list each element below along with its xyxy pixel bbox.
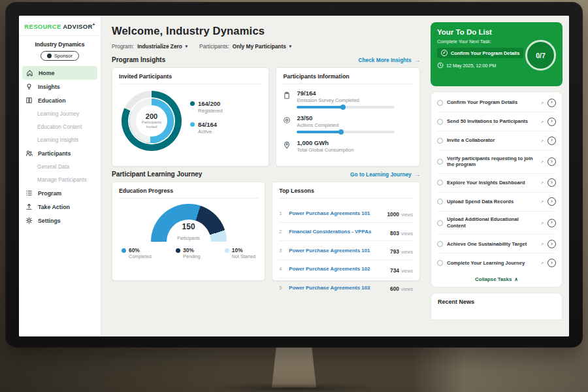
chevron-right-icon[interactable]: › — [547, 197, 556, 206]
sidebar-item-settings[interactable]: Settings — [19, 214, 101, 227]
task-checkbox[interactable] — [437, 241, 443, 247]
todo-progress-ring: 0/7 — [525, 40, 556, 71]
lesson-row[interactable]: 5 Power Purchase Agreements 103 600views — [279, 278, 413, 297]
sidebar-item-label: General Data — [37, 163, 69, 170]
education-progress-gauge: 150 Participants — [151, 204, 227, 242]
legend-label: Registered — [198, 108, 223, 114]
chevron-right-icon[interactable]: › — [547, 157, 556, 166]
task-checkbox[interactable] — [437, 220, 443, 226]
org-name: Industry Dynamics — [19, 41, 101, 48]
sponsor-badge[interactable]: Sponsor — [41, 51, 79, 61]
card-title: Participants Information — [283, 73, 413, 84]
location-pin-icon — [283, 139, 291, 155]
chevron-right-icon[interactable]: › — [547, 178, 556, 187]
chevron-right-icon[interactable]: › — [547, 137, 556, 145]
metric-label: Emission Survey Completed — [297, 97, 395, 103]
sidebar-item-take-action[interactable]: Take Action — [19, 200, 101, 214]
task-checkbox[interactable] — [437, 100, 443, 106]
invited-participants-donut: 200 Participants Invited — [122, 91, 182, 151]
sidebar-item-education[interactable]: Education — [19, 93, 101, 107]
lesson-views: 793views — [390, 244, 413, 256]
sidebar-item-label: Learning Insights — [37, 137, 78, 143]
task-checkbox[interactable] — [437, 159, 443, 165]
lesson-row[interactable]: 4 Power Purchase Agreements 102 734views — [279, 260, 413, 279]
sidebar-item-learning-journey[interactable]: Learning Journey — [19, 107, 101, 120]
actions-progress-fill — [297, 131, 342, 133]
sidebar-item-learning-insights[interactable]: Learning Insights — [19, 133, 101, 146]
sidebar-item-program[interactable]: Program — [19, 186, 101, 200]
page-title: Welcome, Industry Dynamics — [112, 25, 420, 37]
chevron-right-icon[interactable]: › — [547, 219, 556, 227]
task-label: Complete Your Learning Journey — [447, 260, 536, 267]
gauge-center-label: Participants — [177, 236, 199, 240]
sidebar-item-education-content[interactable]: Education Content — [19, 120, 101, 133]
collapse-caret-icon: ∧ — [514, 276, 518, 282]
views-count: 600 — [390, 286, 399, 292]
task-item[interactable]: Achieve One Sustainability Target ↗ › — [437, 235, 556, 253]
gauge-center: 150 Participants — [151, 223, 227, 242]
next-task-chip[interactable]: ✓ Confirm Your Program Details — [437, 48, 523, 58]
card-title: Education Progress — [119, 188, 258, 199]
collapse-tasks-link[interactable]: Collapse Tasks ∧ — [437, 272, 556, 284]
sidebar-item-label: Take Action — [38, 204, 70, 210]
lesson-rank: 1 — [279, 210, 284, 216]
task-item[interactable]: Send 50 Invitations to Participants ↗ › — [437, 112, 556, 131]
task-item[interactable]: Explore Your Insights Dashboard ↗ › — [437, 174, 556, 193]
program-insights-title: Program Insights — [112, 56, 165, 63]
lesson-views: 1000views — [387, 207, 413, 219]
task-item[interactable]: Invite a Collaborator ↗ › — [437, 131, 556, 150]
task-item[interactable]: Upload Additional Educational Content ↗ … — [437, 212, 556, 235]
lesson-link[interactable]: Power Purchase Agreements 103 — [289, 285, 385, 291]
task-item[interactable]: Confirm Your Program Details ↗ › — [437, 93, 556, 112]
lesson-link[interactable]: Power Purchase Agreements 101 — [289, 210, 382, 216]
sidebar-item-insights[interactable]: Insights — [19, 80, 101, 93]
check-more-insights-link[interactable]: Check More Insights → — [359, 57, 420, 63]
lesson-link[interactable]: Power Purchase Agreements 102 — [289, 266, 385, 272]
legend-value: 30% — [183, 247, 194, 253]
task-item[interactable]: Complete Your Learning Journey ↗ › — [437, 253, 556, 272]
program-select[interactable]: Industrialize Zero ▾ — [137, 43, 188, 50]
task-checkbox[interactable] — [437, 199, 443, 204]
go-to-learning-journey-link[interactable]: Go to Learning Journey → — [350, 171, 420, 178]
external-link-icon: ↗ — [540, 101, 544, 105]
task-item[interactable]: Verify participants requesting to join t… — [437, 150, 556, 174]
task-checkbox[interactable] — [437, 138, 443, 144]
learning-cards-row: Education Progress 150 Participants — [112, 182, 420, 281]
list-icon — [25, 189, 33, 197]
sidebar-item-manage-participants[interactable]: Manage Participants — [19, 173, 101, 186]
sidebar-item-label: Manage Participants — [37, 176, 87, 183]
learning-journey-title: Participant Learning Journey — [112, 171, 202, 178]
lesson-views: 734views — [390, 263, 413, 275]
lesson-row[interactable]: 1 Power Purchase Agreements 101 1000view… — [279, 204, 413, 223]
lesson-row[interactable]: 3 Power Purchase Agreements 101 793views — [279, 241, 413, 260]
sidebar-item-home[interactable]: Home — [22, 66, 97, 80]
lesson-row[interactable]: 2 Financial Considerations - VPPAs 803vi… — [279, 223, 413, 242]
chevron-right-icon[interactable]: › — [547, 259, 556, 267]
task-item[interactable]: Upload Spend Data Records ↗ › — [437, 193, 556, 212]
todo-summary-card: Your To Do List Complete Your Next Task:… — [431, 22, 563, 86]
task-label: Upload Additional Educational Content — [447, 216, 536, 229]
sidebar-item-participants[interactable]: Participants — [19, 146, 101, 160]
sidebar: RESOURCE ADVISOR+ Industry Dynamics Spon… — [19, 16, 101, 336]
legend-dot — [176, 248, 180, 253]
views-count: 793 — [390, 248, 399, 255]
participants-filter-label: Participants: — [199, 43, 229, 50]
task-checkbox[interactable] — [437, 260, 443, 266]
legend-value: 164/200 — [198, 100, 220, 107]
chevron-right-icon[interactable]: › — [547, 118, 556, 126]
task-checkbox[interactable] — [437, 119, 443, 125]
task-checkbox[interactable] — [437, 180, 443, 186]
sidebar-item-label: Learning Journey — [37, 110, 79, 117]
participants-select[interactable]: Only My Participants ▾ — [233, 43, 291, 50]
legend-dot — [122, 248, 126, 253]
legend-label: Pending — [183, 253, 200, 259]
chevron-right-icon[interactable]: › — [547, 240, 556, 248]
legend-registered: 164/200 Registered — [190, 100, 223, 114]
sidebar-item-general-data[interactable]: General Data — [19, 160, 101, 173]
lesson-link[interactable]: Financial Considerations - VPPAs — [289, 229, 385, 235]
target-icon — [283, 114, 291, 133]
legend-label: Not Started — [232, 253, 255, 259]
chevron-right-icon[interactable]: › — [547, 99, 556, 107]
lesson-link[interactable]: Power Purchase Agreements 101 — [289, 248, 385, 253]
photo-background: RESOURCE ADVISOR+ Industry Dynamics Spon… — [0, 0, 588, 392]
